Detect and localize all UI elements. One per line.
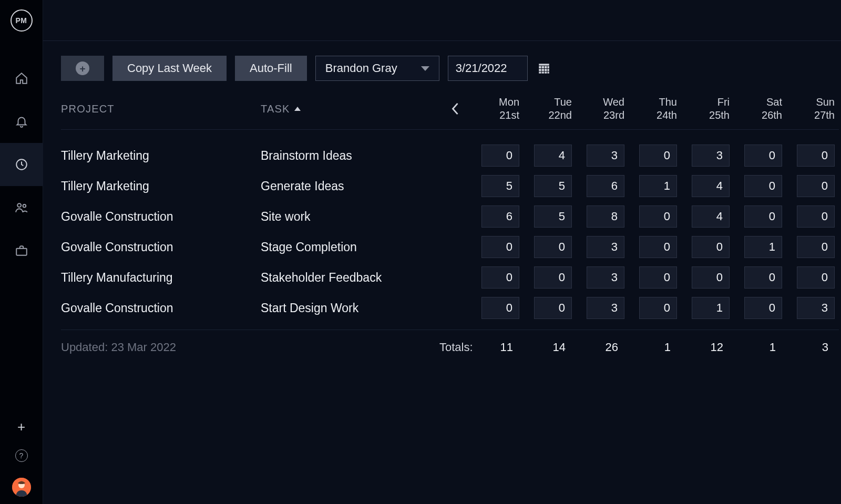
nav-projects[interactable]: [0, 229, 43, 272]
day-of-month: 21st: [471, 109, 519, 122]
day-header: Mon21st: [471, 96, 524, 122]
hours-input[interactable]: 0: [481, 297, 519, 319]
hours-cell-wrap: 0: [629, 236, 681, 258]
sidebar-help-button[interactable]: ?: [15, 449, 28, 462]
nav-timesheets[interactable]: [0, 143, 43, 186]
hours-input[interactable]: 0: [797, 175, 835, 197]
nav-notifications[interactable]: [0, 100, 43, 143]
hours-cell-wrap: 0: [524, 297, 576, 319]
hours-input[interactable]: 0: [534, 236, 572, 258]
hours-cell-wrap: 0: [786, 175, 839, 197]
nav-team[interactable]: [0, 186, 43, 229]
user-select-value: Brandon Gray: [325, 61, 397, 75]
hours-input[interactable]: 0: [639, 297, 677, 319]
svg-rect-8: [541, 66, 543, 68]
hours-input[interactable]: 6: [481, 205, 519, 228]
hours-input[interactable]: 4: [692, 175, 730, 197]
hours-cell-wrap: 3: [576, 297, 629, 319]
hours-input[interactable]: 0: [744, 266, 782, 289]
hours-cell-wrap: 1: [734, 236, 786, 258]
user-select[interactable]: Brandon Gray: [315, 56, 439, 81]
day-of-week: Thu: [629, 96, 677, 109]
hours-input[interactable]: 4: [692, 205, 730, 228]
column-header-project[interactable]: PROJECT: [61, 103, 261, 115]
hours-cell-wrap: 5: [524, 205, 576, 228]
hours-cell-wrap: 5: [524, 175, 576, 197]
chevron-down-icon: [421, 66, 429, 71]
week-date-input[interactable]: 3/21/2022: [448, 56, 528, 81]
user-avatar[interactable]: [12, 478, 31, 497]
hours-input[interactable]: 3: [587, 297, 624, 319]
hours-input[interactable]: 0: [639, 266, 677, 289]
hours-input[interactable]: 1: [639, 175, 677, 197]
hours-input[interactable]: 5: [534, 205, 572, 228]
project-cell: Govalle Construction: [61, 301, 261, 315]
hours-input[interactable]: 3: [587, 145, 624, 167]
hours-input[interactable]: 0: [744, 205, 782, 228]
hours-input[interactable]: 3: [692, 145, 730, 167]
hours-input[interactable]: 5: [481, 175, 519, 197]
svg-rect-14: [547, 69, 549, 71]
grid-body: Tillery MarketingBrainstorm Ideas0430300…: [61, 130, 839, 330]
nav-home[interactable]: [0, 57, 43, 100]
svg-rect-13: [545, 69, 547, 71]
day-of-month: 27th: [786, 109, 835, 122]
app-logo[interactable]: PM: [11, 9, 33, 32]
hours-cell-wrap: 0: [786, 145, 839, 167]
toolbar: + Copy Last Week Auto-Fill Brandon Gray …: [61, 56, 839, 81]
hours-input[interactable]: 0: [639, 236, 677, 258]
project-cell: Tillery Manufacturing: [61, 271, 261, 285]
svg-rect-9: [545, 66, 547, 68]
sidebar-nav: [0, 57, 43, 272]
hours-input[interactable]: 3: [797, 297, 835, 319]
task-cell: Generate Ideas: [261, 179, 439, 193]
column-header-task[interactable]: TASK: [261, 103, 439, 115]
hours-input[interactable]: 0: [744, 175, 782, 197]
hours-input[interactable]: 0: [481, 266, 519, 289]
hours-input[interactable]: 0: [481, 145, 519, 167]
hours-input[interactable]: 4: [534, 145, 572, 167]
add-entry-button[interactable]: +: [61, 56, 104, 81]
hours-input[interactable]: 0: [692, 236, 730, 258]
hours-input[interactable]: 0: [797, 205, 835, 228]
hours-input[interactable]: 0: [797, 266, 835, 289]
hours-input[interactable]: 0: [744, 145, 782, 167]
day-of-month: 22nd: [524, 109, 572, 122]
hours-cell-wrap: 0: [629, 266, 681, 289]
column-header-task-label: TASK: [261, 103, 290, 115]
hours-input[interactable]: 0: [639, 205, 677, 228]
topbar: [43, 0, 841, 41]
hours-input[interactable]: 0: [639, 145, 677, 167]
day-header: Sat26th: [734, 96, 786, 122]
hours-cell-wrap: 0: [734, 175, 786, 197]
hours-cell-wrap: 0: [734, 145, 786, 167]
hours-input[interactable]: 0: [534, 297, 572, 319]
hours-input[interactable]: 6: [587, 175, 624, 197]
hours-input[interactable]: 3: [587, 266, 624, 289]
hours-cell-wrap: 5: [471, 175, 524, 197]
hours-input[interactable]: 5: [534, 175, 572, 197]
svg-point-1: [17, 203, 21, 207]
hours-input[interactable]: 0: [797, 236, 835, 258]
hours-cell-wrap: 0: [471, 145, 524, 167]
hours-input[interactable]: 1: [692, 297, 730, 319]
hours-input[interactable]: 8: [587, 205, 624, 228]
sidebar: PM: [0, 0, 43, 504]
grid-header-row: PROJECT TASK Mon21stTue22ndWed23rdThu24t…: [61, 96, 839, 130]
calendar-button[interactable]: [536, 60, 552, 76]
hours-input[interactable]: 0: [481, 236, 519, 258]
timesheet-row: Tillery MarketingGenerate Ideas5561400: [61, 171, 839, 201]
auto-fill-button[interactable]: Auto-Fill: [235, 56, 307, 81]
hours-input[interactable]: 3: [587, 236, 624, 258]
copy-last-week-button[interactable]: Copy Last Week: [112, 56, 227, 81]
hours-input[interactable]: 0: [692, 266, 730, 289]
hours-input[interactable]: 1: [744, 236, 782, 258]
task-cell: Stage Completion: [261, 240, 439, 254]
timesheet-row: Govalle ConstructionStage Completion0030…: [61, 232, 839, 262]
hours-input[interactable]: 0: [534, 266, 572, 289]
hours-input[interactable]: 0: [797, 145, 835, 167]
sidebar-add-button[interactable]: +: [17, 420, 25, 434]
previous-week-button[interactable]: [439, 101, 471, 116]
svg-rect-17: [545, 72, 547, 74]
hours-input[interactable]: 0: [744, 297, 782, 319]
